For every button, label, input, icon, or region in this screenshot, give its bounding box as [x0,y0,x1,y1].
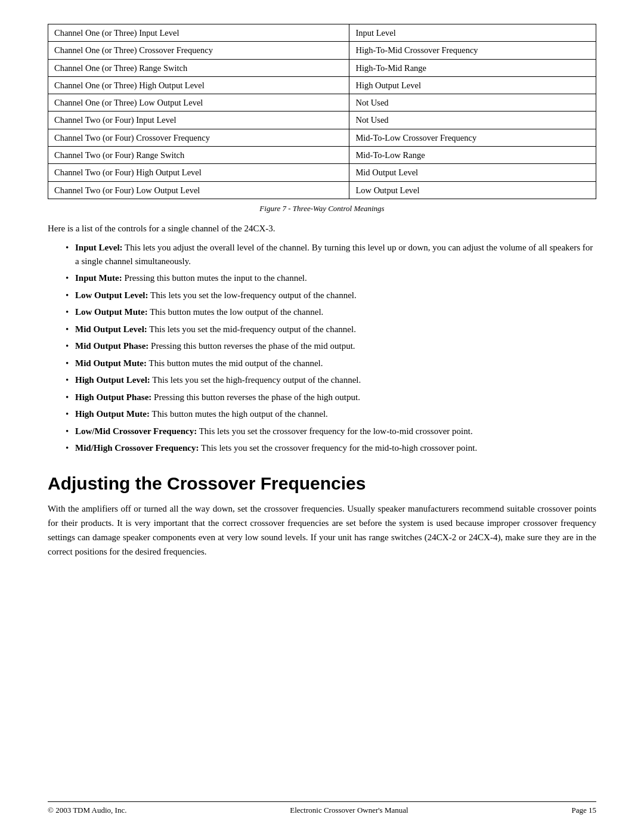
list-item-bold: Low/Mid Crossover Frequency: [75,426,197,436]
footer-center: Electronic Crossover Owner's Manual [290,806,408,815]
list-item: Mid/High Crossover Frequency: This lets … [66,441,596,455]
page-footer: © 2003 TDM Audio, Inc. Electronic Crosso… [48,801,596,815]
intro-paragraph: Here is a list of the controls for a sin… [48,222,596,236]
table-cell-right: Mid-To-Low Range [349,147,596,164]
table-row: Channel Two (or Four) Crossover Frequenc… [48,129,596,146]
table-cell-left: Channel Two (or Four) Range Switch [48,147,349,164]
table-row: Channel Two (or Four) High Output LevelM… [48,164,596,181]
list-item-bold: Mid Output Phase: [75,341,148,351]
list-item-bold: High Output Phase: [75,392,151,402]
table-cell-right: Input Level [349,24,596,42]
list-item-bold: Mid/High Crossover Frequency: [75,443,199,453]
table-row: Channel One (or Three) Low Output LevelN… [48,94,596,112]
list-item: High Output Level: This lets you set the… [66,373,596,387]
table-cell-right: High-To-Mid Range [349,59,596,76]
list-item-bold: Mid Output Mute: [75,358,147,368]
list-item: Low Output Mute: This button mutes the l… [66,305,596,319]
controls-bullet-list: Input Level: This lets you adjust the ov… [66,241,596,455]
table-cell-left: Channel One (or Three) High Output Level [48,76,349,94]
section-heading: Adjusting the Crossover Frequencies [48,473,596,494]
list-item: Mid Output Level: This lets you set the … [66,323,596,336]
table-row: Channel One (or Three) Crossover Frequen… [48,42,596,59]
list-item: High Output Mute: This button mutes the … [66,407,596,421]
table-cell-left: Channel One (or Three) Input Level [48,24,349,42]
table-cell-right: Low Output Level [349,181,596,199]
list-item-bold: High Output Level: [75,375,150,385]
list-item: High Output Phase: Pressing this button … [66,391,596,404]
list-item: Low Output Level: This lets you set the … [66,289,596,302]
list-item: Mid Output Mute: This button mutes the m… [66,357,596,370]
list-item-bold: Input Mute: [75,273,122,283]
table-cell-right: Not Used [349,112,596,129]
list-item: Low/Mid Crossover Frequency: This lets y… [66,425,596,438]
table-cell-left: Channel Two (or Four) Low Output Level [48,181,349,199]
table-cell-left: Channel One (or Three) Range Switch [48,59,349,76]
footer-left: © 2003 TDM Audio, Inc. [48,806,126,815]
table-cell-right: Mid Output Level [349,164,596,181]
list-item: Input Level: This lets you adjust the ov… [66,241,596,268]
footer-right: Page 15 [571,806,596,815]
table-cell-right: High-To-Mid Crossover Frequency [349,42,596,59]
table-row: Channel Two (or Four) Input LevelNot Use… [48,112,596,129]
list-item-bold: Mid Output Level: [75,324,147,334]
table-cell-left: Channel One (or Three) Crossover Frequen… [48,42,349,59]
table-row: Channel One (or Three) Input LevelInput … [48,24,596,42]
list-item-bold: Input Level: [75,243,123,252]
table-row: Channel Two (or Four) Range SwitchMid-To… [48,147,596,164]
list-item-bold: High Output Mute: [75,409,150,419]
figure-caption: Figure 7 - Three-Way Control Meanings [48,204,596,213]
list-item-bold: Low Output Level: [75,290,148,300]
table-cell-left: Channel Two (or Four) High Output Level [48,164,349,181]
table-row: Channel Two (or Four) Low Output LevelLo… [48,181,596,199]
control-table-container: Channel One (or Three) Input LevelInput … [48,24,596,199]
table-cell-left: Channel Two (or Four) Input Level [48,112,349,129]
list-item: Input Mute: Pressing this button mutes t… [66,271,596,285]
table-cell-left: Channel One (or Three) Low Output Level [48,94,349,112]
list-item-bold: Low Output Mute: [75,307,148,317]
table-cell-right: High Output Level [349,76,596,94]
control-meanings-table: Channel One (or Three) Input LevelInput … [48,24,596,199]
list-item: Mid Output Phase: Pressing this button r… [66,339,596,353]
table-cell-right: Mid-To-Low Crossover Frequency [349,129,596,146]
body-paragraph: With the amplifiers off or turned all th… [48,501,596,559]
table-cell-left: Channel Two (or Four) Crossover Frequenc… [48,129,349,146]
table-row: Channel One (or Three) High Output Level… [48,76,596,94]
table-row: Channel One (or Three) Range SwitchHigh-… [48,59,596,76]
table-cell-right: Not Used [349,94,596,112]
